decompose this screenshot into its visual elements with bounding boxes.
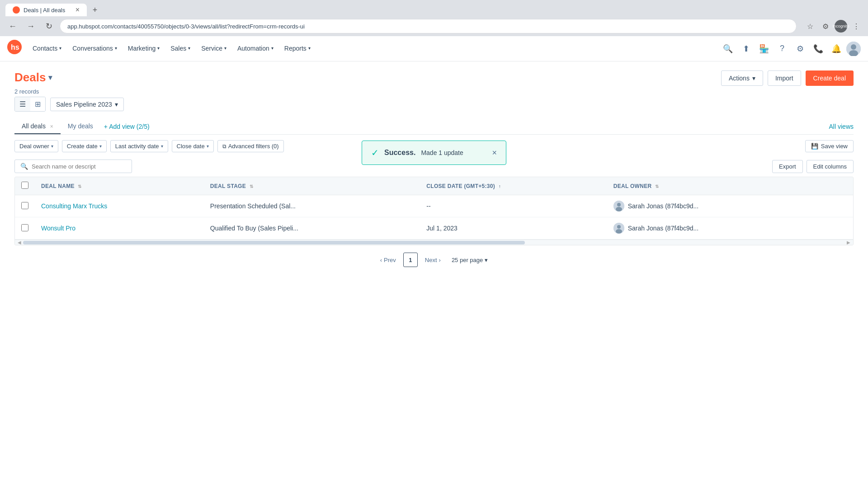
extensions-button[interactable]: ⚙ (819, 20, 832, 33)
search-input[interactable] (32, 163, 126, 170)
tab-close-button[interactable]: × (75, 6, 80, 14)
search-box[interactable]: 🔍 (14, 160, 132, 173)
nav-item-marketing[interactable]: Marketing ▾ (123, 36, 165, 61)
row2-actions-cell (817, 217, 853, 239)
scroll-right-arrow[interactable]: ▶ (845, 240, 852, 245)
page-1-button[interactable]: 1 (403, 253, 418, 267)
pipeline-selector[interactable]: Sales Pipeline 2023 ▾ (50, 98, 124, 111)
user-avatar[interactable] (846, 42, 861, 56)
scroll-left-arrow[interactable]: ◀ (16, 240, 23, 245)
import-button[interactable]: Import (768, 70, 801, 86)
main-content: Deals ▾ 2 records Actions ▾ Import Creat… (0, 61, 868, 276)
all-views-button[interactable]: All views (829, 123, 854, 130)
close-date-sort-icon: ↑ (499, 184, 501, 189)
select-all-column (15, 177, 35, 195)
upgrade-button[interactable]: ⬆ (738, 41, 754, 57)
row2-deal-name-link[interactable]: Wonsult Pro (41, 225, 75, 232)
close-date-caret-icon: ▾ (207, 144, 209, 149)
browser-profile-button[interactable]: Incognito (835, 20, 847, 33)
search-button[interactable]: 🔍 (720, 41, 736, 57)
row1-checkbox[interactable] (21, 202, 28, 209)
notifications-button[interactable]: 🔔 (828, 41, 844, 57)
per-page-caret-icon: ▾ (485, 257, 488, 263)
row1-deal-name-link[interactable]: Consulting Marx Trucks (41, 202, 107, 210)
deal-stage-sort-icon: ⇅ (250, 184, 253, 189)
add-view-button[interactable]: + Add view (2/5) (104, 123, 150, 130)
select-all-checkbox[interactable] (21, 182, 28, 189)
next-chevron-icon: › (439, 257, 441, 263)
tab-all-deals[interactable]: All deals × (14, 119, 61, 134)
deal-owner-filter[interactable]: Deal owner ▾ (14, 140, 58, 152)
list-view-button[interactable]: ☰ (15, 97, 30, 111)
nav-item-conversations[interactable]: Conversations ▾ (67, 36, 123, 61)
contacts-caret: ▾ (59, 46, 61, 51)
success-close-button[interactable]: × (492, 148, 497, 158)
success-banner: ✓ Success. Made 1 update × (362, 141, 506, 165)
pagination: ‹ Prev 1 Next › 25 per page ▾ (14, 253, 854, 267)
refresh-button[interactable]: ↻ (42, 19, 56, 33)
view-toggle: ☰ ⊞ (14, 97, 46, 112)
service-caret: ▾ (224, 46, 226, 51)
row2-deal-name-cell: Wonsult Pro (35, 217, 204, 239)
per-page-selector[interactable]: 25 per page ▾ (448, 255, 491, 265)
nav-item-reports[interactable]: Reports ▾ (279, 36, 316, 61)
row1-checkbox-cell (15, 195, 35, 217)
create-deal-button[interactable]: Create deal (806, 70, 854, 86)
save-view-button[interactable]: 💾 Save view (805, 140, 854, 152)
search-icon: 🔍 (20, 163, 28, 170)
page-header: Deals ▾ (14, 70, 52, 84)
back-button[interactable]: ← (5, 19, 20, 33)
export-button[interactable]: Export (772, 160, 803, 173)
actions-caret-icon: ▾ (752, 75, 755, 82)
marketplace-button[interactable]: 🏪 (756, 41, 772, 57)
nav-item-automation[interactable]: Automation ▾ (232, 36, 279, 61)
close-date-column-header[interactable]: CLOSE DATE (GMT+5:30) ↑ (420, 177, 607, 195)
main-navbar: hs Contacts ▾ Conversations ▾ Marketing … (0, 36, 868, 61)
row1-deal-owner-cell: Sarah Jonas (87f4bc9d... (607, 195, 817, 217)
deal-owner-sort-icon: ⇅ (655, 184, 659, 189)
reports-caret: ▾ (308, 46, 311, 51)
forward-button[interactable]: → (24, 19, 38, 33)
nav-item-sales[interactable]: Sales ▾ (165, 36, 196, 61)
horizontal-scrollbar-track[interactable]: ◀ ▶ (15, 239, 853, 245)
browser-profile-avatar: Incognito (835, 20, 847, 33)
create-date-filter[interactable]: Create date ▾ (62, 140, 107, 152)
new-tab-button[interactable]: + (89, 4, 101, 16)
svg-point-9 (617, 225, 621, 229)
last-activity-date-filter[interactable]: Last activity date ▾ (110, 140, 168, 152)
header-actions: Actions ▾ Import Create deal (721, 70, 854, 86)
deal-owner-column-header[interactable]: DEAL OWNER ⇅ (607, 177, 817, 195)
next-page-button[interactable]: Next › (421, 255, 444, 265)
horizontal-scrollbar-thumb[interactable] (23, 241, 525, 244)
all-deals-tab-close[interactable]: × (50, 123, 53, 130)
phone-button[interactable]: 📞 (810, 41, 826, 57)
page-title-caret[interactable]: ▾ (48, 73, 52, 82)
deal-name-column-header[interactable]: DEAL NAME ⇅ (35, 177, 204, 195)
prev-chevron-icon: ‹ (380, 257, 382, 263)
grid-view-button[interactable]: ⊞ (30, 97, 45, 111)
row2-checkbox[interactable] (21, 224, 28, 231)
nav-item-service[interactable]: Service ▾ (196, 36, 232, 61)
deals-table-container: DEAL NAME ⇅ DEAL STAGE ⇅ CLOSE DATE (GMT… (14, 177, 854, 245)
tab-my-deals[interactable]: My deals (61, 119, 100, 134)
tabs-row: All deals × My deals + Add view (2/5) Al… (14, 119, 854, 135)
advanced-filters-button[interactable]: ⧉ Advanced filters (0) (217, 140, 284, 152)
browser-tab[interactable]: Deals | All deals × (5, 4, 87, 16)
table-header: DEAL NAME ⇅ DEAL STAGE ⇅ CLOSE DATE (GMT… (15, 177, 853, 195)
prev-page-button[interactable]: ‹ Prev (377, 255, 400, 265)
deal-stage-column-header[interactable]: DEAL STAGE ⇅ (204, 177, 420, 195)
bookmark-button[interactable]: ☆ (804, 20, 816, 33)
close-date-filter[interactable]: Close date ▾ (172, 140, 214, 152)
nav-item-contacts[interactable]: Contacts ▾ (27, 36, 67, 61)
edit-columns-button[interactable]: Edit columns (807, 160, 854, 173)
settings-button[interactable]: ⚙ (792, 41, 808, 57)
automation-caret: ▾ (271, 46, 274, 51)
deal-name-sort-icon: ⇅ (78, 184, 81, 189)
tab-title: Deals | All deals (24, 7, 65, 14)
help-button[interactable]: ? (774, 41, 790, 57)
browser-menu-button[interactable]: ⋮ (850, 20, 863, 33)
address-bar[interactable]: app.hubspot.com/contacts/40055750/object… (60, 19, 797, 33)
row1-owner-avatar (613, 201, 624, 211)
actions-button[interactable]: Actions ▾ (721, 70, 763, 86)
hubspot-logo[interactable]: hs (7, 40, 22, 57)
